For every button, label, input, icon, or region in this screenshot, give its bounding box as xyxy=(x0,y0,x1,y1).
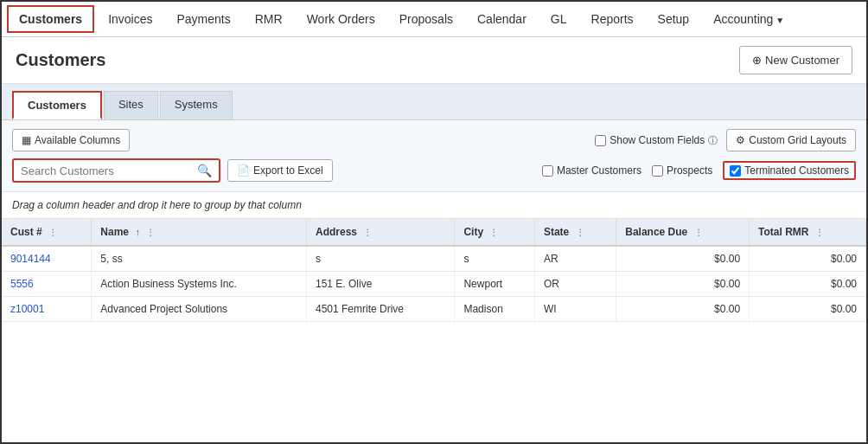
col-header-cust_num[interactable]: Cust # ⋮ xyxy=(2,219,92,246)
export-excel-button[interactable]: 📄 Export to Excel xyxy=(227,159,333,182)
search-area: 🔍 📄 Export to Excel xyxy=(12,158,333,183)
cell-cust_num[interactable]: z10001 xyxy=(2,297,92,322)
nav-item-invoices[interactable]: Invoices xyxy=(96,2,164,36)
cell-cust_num[interactable]: 5556 xyxy=(2,272,92,297)
data-table: Cust # ⋮Name ↑ ⋮Address ⋮City ⋮State ⋮Ba… xyxy=(2,219,866,322)
header-row: Cust # ⋮Name ↑ ⋮Address ⋮City ⋮State ⋮Ba… xyxy=(2,219,866,246)
plus-circle-icon: ⊕ xyxy=(752,54,762,67)
prospects-filter[interactable]: Prospects xyxy=(652,164,712,177)
cell-state: WI xyxy=(534,297,616,322)
right-controls: Show Custom Fields ⓘ ⚙ Custom Grid Layou… xyxy=(595,129,856,151)
terminated-customers-filter[interactable]: Terminated Customers xyxy=(723,161,856,180)
available-columns-button[interactable]: ▦ Available Columns xyxy=(12,129,130,151)
search-icon[interactable]: 🔍 xyxy=(197,164,212,177)
col-header-balance_due[interactable]: Balance Due ⋮ xyxy=(616,219,750,246)
cell-name: Advanced Project Solutions xyxy=(92,297,307,322)
master-customers-filter[interactable]: Master Customers xyxy=(542,164,641,177)
nav-item-customers[interactable]: Customers xyxy=(7,5,94,33)
toolbar: ▦ Available Columns Show Custom Fields ⓘ… xyxy=(2,120,866,192)
customer-link[interactable]: 5556 xyxy=(10,278,34,290)
table-row: z10001Advanced Project Solutions4501 Fem… xyxy=(2,297,866,322)
sub-tab-systems[interactable]: Systems xyxy=(160,91,233,119)
toolbar-row1: ▦ Available Columns Show Custom Fields ⓘ… xyxy=(12,129,856,151)
sub-tabs: CustomersSitesSystems xyxy=(2,84,866,120)
cell-city: s xyxy=(455,246,534,272)
cell-balance_due: $0.00 xyxy=(616,272,750,297)
filter-controls: Master Customers Prospects Terminated Cu… xyxy=(542,161,856,180)
cell-state: OR xyxy=(534,272,616,297)
sub-tab-sites[interactable]: Sites xyxy=(104,91,158,119)
table-header: Cust # ⋮Name ↑ ⋮Address ⋮City ⋮State ⋮Ba… xyxy=(2,219,866,246)
terminated-customers-checkbox[interactable] xyxy=(730,165,741,177)
show-custom-fields-label[interactable]: Show Custom Fields ⓘ xyxy=(595,134,718,147)
cell-name: 5, ss xyxy=(92,246,307,272)
cell-city: Madison xyxy=(455,297,534,322)
columns-icon: ▦ xyxy=(22,134,31,146)
customer-link[interactable]: z10001 xyxy=(10,303,44,315)
nav-item-payments[interactable]: Payments xyxy=(165,2,243,36)
col-header-total_rmr[interactable]: Total RMR ⋮ xyxy=(750,219,866,246)
table-body: 90141445, ssssAR$0.00$0.005556Action Bus… xyxy=(2,246,866,322)
table-row: 5556Action Business Systems Inc.151 E. O… xyxy=(2,272,866,297)
nav-item-setup[interactable]: Setup xyxy=(646,2,702,36)
nav-item-calendar[interactable]: Calendar xyxy=(465,2,539,36)
page-header: Customers ⊕ New Customer xyxy=(2,37,866,84)
nav-item-proposals[interactable]: Proposals xyxy=(387,2,465,36)
cell-balance_due: $0.00 xyxy=(616,297,750,322)
cell-name: Action Business Systems Inc. xyxy=(92,272,307,297)
page-title: Customers xyxy=(16,50,105,70)
prospects-checkbox[interactable] xyxy=(652,165,663,177)
custom-grid-layouts-button[interactable]: ⚙ Custom Grid Layouts xyxy=(726,129,856,151)
top-nav: CustomersInvoicesPaymentsRMRWork OrdersP… xyxy=(2,2,866,37)
col-header-name[interactable]: Name ↑ ⋮ xyxy=(92,219,307,246)
col-header-address[interactable]: Address ⋮ xyxy=(306,219,454,246)
cell-balance_due: $0.00 xyxy=(616,246,750,272)
search-box: 🔍 xyxy=(12,158,220,183)
app-wrapper: CustomersInvoicesPaymentsRMRWork OrdersP… xyxy=(0,0,868,444)
col-header-state[interactable]: State ⋮ xyxy=(534,219,616,246)
show-custom-fields-checkbox[interactable] xyxy=(595,135,606,146)
table-row: 90141445, ssssAR$0.00$0.00 xyxy=(2,246,866,272)
cell-city: Newport xyxy=(455,272,534,297)
cell-address: 4501 Femrite Drive xyxy=(306,297,454,322)
drag-hint: Drag a column header and drop it here to… xyxy=(2,192,866,219)
search-input[interactable] xyxy=(21,164,194,177)
nav-item-gl[interactable]: GL xyxy=(539,2,579,36)
nav-item-accounting[interactable]: Accounting xyxy=(701,2,796,36)
nav-item-work-orders[interactable]: Work Orders xyxy=(295,2,387,36)
nav-item-rmr[interactable]: RMR xyxy=(243,2,295,36)
customer-link[interactable]: 9014144 xyxy=(10,253,51,265)
cell-cust_num[interactable]: 9014144 xyxy=(2,246,92,272)
nav-item-reports[interactable]: Reports xyxy=(579,2,646,36)
cell-state: AR xyxy=(534,246,616,272)
cell-address: s xyxy=(306,246,454,272)
data-table-wrapper: Cust # ⋮Name ↑ ⋮Address ⋮City ⋮State ⋮Ba… xyxy=(2,219,866,322)
col-header-city[interactable]: City ⋮ xyxy=(455,219,534,246)
cell-address: 151 E. Olive xyxy=(306,272,454,297)
excel-icon: 📄 xyxy=(237,164,250,177)
master-customers-checkbox[interactable] xyxy=(542,165,553,177)
sub-tab-customers[interactable]: Customers xyxy=(12,91,102,119)
cell-total_rmr: $0.00 xyxy=(750,246,866,272)
cell-total_rmr: $0.00 xyxy=(750,272,866,297)
gear-icon: ⚙ xyxy=(736,134,745,146)
toolbar-row2: 🔍 📄 Export to Excel Master Customers Pro… xyxy=(12,158,856,183)
cell-total_rmr: $0.00 xyxy=(750,297,866,322)
info-icon[interactable]: ⓘ xyxy=(708,134,718,147)
new-customer-button[interactable]: ⊕ New Customer xyxy=(739,46,852,74)
